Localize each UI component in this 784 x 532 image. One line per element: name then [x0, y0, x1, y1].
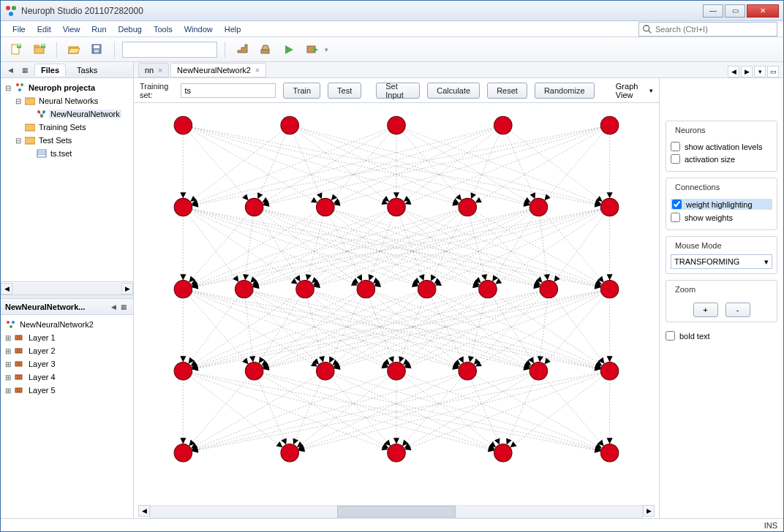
- tab-scroll-left[interactable]: ◀: [728, 66, 739, 77]
- search-box[interactable]: [638, 22, 777, 37]
- minimize-button[interactable]: —: [703, 4, 723, 18]
- show-activation-levels-checkbox[interactable]: show activation levels: [671, 142, 772, 151]
- svg-line-166: [325, 208, 610, 289]
- svg-marker-297: [458, 357, 463, 363]
- svg-point-444: [494, 444, 513, 461]
- tree-test-item[interactable]: ts.tset: [49, 149, 73, 158]
- svg-line-168: [183, 208, 396, 289]
- network-canvas[interactable]: [138, 103, 655, 505]
- project-tree[interactable]: ⊟Neuroph projecta ⊟Neural Networks NewNe…: [1, 78, 133, 281]
- svg-line-198: [467, 208, 609, 289]
- build-button[interactable]: [233, 40, 252, 59]
- svg-point-425: [600, 198, 619, 216]
- save-all-button[interactable]: [88, 40, 107, 59]
- navigator-layer[interactable]: ⊞Layer 5: [2, 384, 132, 397]
- close-tab-icon[interactable]: ×: [158, 66, 162, 75]
- menu-run[interactable]: Run: [86, 23, 112, 35]
- mouse-mode-select[interactable]: TRANSFORMING▾: [671, 254, 772, 269]
- tree-project-root[interactable]: Neuroph projecta: [27, 83, 97, 92]
- search-input[interactable]: [655, 25, 774, 34]
- tab-scroll-right[interactable]: ▶: [741, 66, 753, 77]
- nav-menu-icon[interactable]: ▦: [118, 302, 129, 312]
- svg-marker-379: [393, 438, 399, 444]
- randomize-button[interactable]: Randomize: [535, 83, 595, 99]
- zoom-in-button[interactable]: +: [693, 303, 718, 317]
- clean-build-button[interactable]: [256, 40, 275, 59]
- svg-rect-45: [19, 362, 22, 366]
- navigator-layer[interactable]: ⊞Layer 2: [2, 344, 132, 357]
- train-button[interactable]: Train: [283, 83, 320, 99]
- reset-button[interactable]: Reset: [487, 83, 527, 99]
- tree-neural-networks[interactable]: Neural Networks: [37, 96, 99, 105]
- svg-marker-311: [468, 356, 474, 362]
- tab-files[interactable]: Files: [34, 64, 66, 76]
- svg-point-419: [174, 198, 192, 216]
- nav-back-icon[interactable]: ◀: [108, 302, 118, 312]
- svg-line-314: [488, 289, 610, 371]
- menu-view[interactable]: View: [57, 23, 86, 35]
- svg-point-439: [529, 362, 548, 379]
- maximize-button[interactable]: ▭: [725, 4, 745, 18]
- tree-hscroll[interactable]: ◀▶: [1, 281, 133, 294]
- menu-edit[interactable]: Edit: [31, 23, 57, 35]
- svg-marker-101: [471, 192, 477, 199]
- new-file-button[interactable]: +: [7, 40, 26, 59]
- tree-test-sets[interactable]: Test Sets: [37, 136, 73, 145]
- svg-line-122: [183, 208, 244, 289]
- svg-rect-18: [261, 50, 269, 53]
- test-button[interactable]: Test: [328, 83, 361, 99]
- canvas-hscroll[interactable]: ◀▶: [138, 505, 655, 518]
- editor-tabs: nn× NewNeuralNetwork2× ◀ ▶ ▾ ▭: [134, 62, 783, 78]
- zoom-out-button[interactable]: -: [725, 303, 750, 317]
- svg-line-300: [427, 289, 610, 371]
- close-tab-icon[interactable]: ×: [255, 66, 260, 75]
- panel-back-icon[interactable]: ◀: [5, 65, 15, 75]
- navigator-layer[interactable]: ⊞Layer 3: [2, 357, 132, 370]
- svg-marker-67: [257, 192, 263, 199]
- config-combo[interactable]: [122, 42, 217, 58]
- menu-file[interactable]: File: [7, 23, 31, 35]
- open-button[interactable]: [64, 40, 83, 59]
- svg-line-386: [290, 371, 467, 453]
- show-weights-checkbox[interactable]: show weights: [671, 213, 772, 222]
- training-set-field[interactable]: [181, 83, 276, 98]
- activation-size-checkbox[interactable]: activation size: [671, 154, 772, 164]
- weight-highlighting-checkbox[interactable]: weight highlighting: [671, 199, 772, 210]
- navigator-tree[interactable]: NewNeuralNetwork2 ⊞Layer 1⊞Layer 2⊞Layer…: [1, 315, 133, 518]
- navigator-root[interactable]: NewNeuralNetwork2: [18, 320, 95, 329]
- folder-icon: [24, 95, 36, 107]
- svg-line-72: [290, 126, 467, 208]
- svg-line-214: [538, 208, 609, 289]
- tab-dropdown[interactable]: ▾: [754, 66, 766, 77]
- graph-view-dropdown[interactable]: Graph View▾: [616, 82, 653, 99]
- debug-run-button[interactable]: [303, 40, 322, 59]
- svg-point-38: [12, 321, 15, 324]
- tab-nn[interactable]: nn×: [138, 63, 169, 77]
- menu-help[interactable]: Help: [219, 23, 247, 35]
- panel-menu-icon[interactable]: ▦: [20, 65, 30, 75]
- menu-tools[interactable]: Tools: [148, 23, 178, 35]
- navigator-layer[interactable]: ⊞Layer 1: [2, 331, 132, 344]
- menu-debug[interactable]: Debug: [113, 23, 148, 35]
- svg-marker-279: [329, 357, 334, 363]
- run-button[interactable]: [279, 40, 298, 59]
- set-input-button[interactable]: Set Input: [376, 83, 420, 99]
- svg-line-74: [290, 126, 538, 208]
- svg-text:+: +: [41, 43, 45, 49]
- chevron-down-icon[interactable]: ▾: [325, 46, 328, 53]
- tree-network-item[interactable]: NewNeuralNetwork: [49, 110, 121, 118]
- close-button[interactable]: ✕: [747, 4, 779, 18]
- tree-training-sets[interactable]: Training Sets: [37, 123, 87, 132]
- svg-marker-159: [357, 275, 362, 281]
- svg-rect-46: [15, 375, 18, 379]
- bold-text-checkbox[interactable]: bold text: [666, 331, 777, 341]
- calculate-button[interactable]: Calculate: [427, 83, 480, 99]
- svg-marker-231: [607, 274, 613, 280]
- menu-window[interactable]: Window: [178, 23, 219, 35]
- navigator-layer[interactable]: ⊞Layer 4: [2, 370, 132, 384]
- svg-line-92: [183, 126, 502, 208]
- tab-new-neural-network-2[interactable]: NewNeuralNetwork2×: [170, 63, 266, 77]
- tab-maximize[interactable]: ▭: [767, 66, 779, 77]
- new-project-button[interactable]: +: [30, 40, 49, 59]
- tab-tasks[interactable]: Tasks: [70, 64, 104, 76]
